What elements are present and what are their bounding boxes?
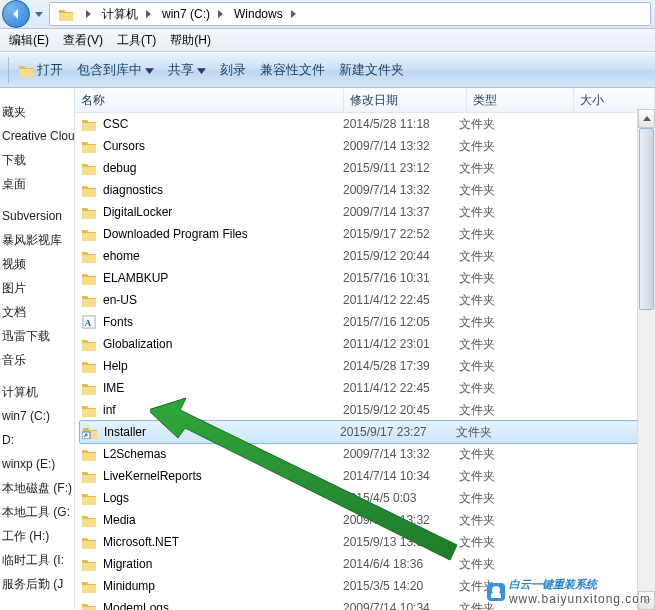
file-date: 2015/9/17 22:52	[343, 227, 459, 241]
sidebar-item[interactable]: 暴风影视库	[0, 228, 74, 252]
file-date: 2009/7/14 13:32	[343, 139, 459, 153]
file-row[interactable]: AFonts2015/7/16 12:05文件夹	[75, 311, 655, 333]
compat-files-button[interactable]: 兼容性文件	[253, 53, 332, 87]
file-type: 文件夹	[459, 292, 559, 309]
nav-back-button[interactable]	[2, 0, 30, 28]
scrollbar[interactable]	[637, 109, 655, 610]
file-row[interactable]: Globalization2011/4/12 23:01文件夹	[75, 333, 655, 355]
scroll-track[interactable]	[638, 128, 655, 591]
chevron-right-icon	[82, 10, 94, 18]
sidebar-item[interactable]: 本地工具 (G:	[0, 500, 74, 524]
column-type[interactable]: 类型	[467, 88, 574, 112]
scroll-up-button[interactable]	[638, 109, 655, 128]
file-name: ELAMBKUP	[103, 271, 168, 285]
menubar: 编辑(E) 查看(V) 工具(T) 帮助(H)	[0, 29, 655, 52]
file-date: 2014/5/28 17:39	[343, 359, 459, 373]
sidebar-item[interactable]: 计算机	[0, 380, 74, 404]
breadcrumb-folder[interactable]: Windows	[226, 3, 287, 25]
file-row[interactable]: Help2014/5/28 17:39文件夹	[75, 355, 655, 377]
folder-icon	[81, 183, 97, 197]
file-row[interactable]: Installer2015/9/17 23:27文件夹	[79, 420, 651, 444]
file-type: 文件夹	[459, 380, 559, 397]
open-button[interactable]: 打开	[11, 53, 70, 87]
file-name: Installer	[104, 425, 146, 439]
folder-icon	[81, 601, 97, 610]
file-row[interactable]: Logs2015/4/5 0:03文件夹	[75, 487, 655, 509]
file-row[interactable]: LiveKernelReports2014/7/14 10:34文件夹	[75, 465, 655, 487]
file-row[interactable]: Downloaded Program Files2015/9/17 22:52文…	[75, 223, 655, 245]
sidebar-item[interactable]: 藏夹	[0, 100, 74, 124]
scroll-thumb[interactable]	[639, 128, 654, 310]
sidebar-item[interactable]: winxp (E:)	[0, 452, 74, 476]
burn-button[interactable]: 刻录	[213, 53, 253, 87]
file-row[interactable]: DigitalLocker2009/7/14 13:37文件夹	[75, 201, 655, 223]
folder-icon	[81, 293, 97, 307]
breadcrumb-root-icon[interactable]	[50, 3, 82, 25]
new-folder-button[interactable]: 新建文件夹	[332, 53, 411, 87]
chevron-down-icon	[145, 66, 154, 75]
file-row[interactable]: ehome2015/9/12 20:44文件夹	[75, 245, 655, 267]
menu-help[interactable]: 帮助(H)	[163, 32, 218, 49]
sidebar-item[interactable]: 音乐	[0, 348, 74, 372]
file-date: 2009/7/14 13:32	[343, 513, 459, 527]
menu-view[interactable]: 查看(V)	[56, 32, 110, 49]
folder-icon	[81, 469, 97, 483]
file-date: 2015/7/16 10:31	[343, 271, 459, 285]
menu-edit[interactable]: 编辑(E)	[2, 32, 56, 49]
file-row[interactable]: CSC2014/5/28 11:18文件夹	[75, 113, 655, 135]
file-date: 2009/7/14 10:34	[343, 601, 459, 610]
sidebar-item[interactable]: 下载	[0, 148, 74, 172]
folder-icon	[81, 161, 97, 175]
sidebar-item[interactable]: 视频	[0, 252, 74, 276]
sidebar-item[interactable]: 图片	[0, 276, 74, 300]
file-row[interactable]: en-US2011/4/12 22:45文件夹	[75, 289, 655, 311]
include-label: 包含到库中	[77, 61, 142, 79]
breadcrumb[interactable]: 计算机 win7 (C:) Windows	[49, 2, 651, 26]
sidebar-item[interactable]: 临时工具 (I:	[0, 548, 74, 572]
file-row[interactable]: L2Schemas2009/7/14 13:32文件夹	[75, 443, 655, 465]
folder-icon	[81, 381, 97, 395]
folder-icon	[81, 491, 97, 505]
include-library-button[interactable]: 包含到库中	[70, 53, 161, 87]
file-row[interactable]: IME2011/4/12 22:45文件夹	[75, 377, 655, 399]
sidebar-item[interactable]: 服务后勤 (J	[0, 572, 74, 596]
compat-label: 兼容性文件	[260, 61, 325, 79]
file-row[interactable]: Media2009/7/14 13:32文件夹	[75, 509, 655, 531]
toolbar: 打开 包含到库中 共享 刻录 兼容性文件 新建文件夹	[0, 52, 655, 88]
sidebar-item[interactable]: win7 (C:)	[0, 404, 74, 428]
file-row[interactable]: ELAMBKUP2015/7/16 10:31文件夹	[75, 267, 655, 289]
breadcrumb-drive[interactable]: win7 (C:)	[154, 3, 214, 25]
folder-icon	[81, 249, 97, 263]
sidebar-item[interactable]: 本地磁盘 (F:)	[0, 476, 74, 500]
sidebar-item[interactable]: 工作 (H:)	[0, 524, 74, 548]
column-date[interactable]: 修改日期	[344, 88, 467, 112]
sidebar-item[interactable]: Creative Clou	[0, 124, 74, 148]
file-type: 文件夹	[459, 336, 559, 353]
nav-history-dropdown[interactable]	[32, 1, 45, 27]
breadcrumb-computer[interactable]: 计算机	[94, 3, 142, 25]
sidebar-item[interactable]: 迅雷下载	[0, 324, 74, 348]
file-type: 文件夹	[459, 402, 559, 419]
share-button[interactable]: 共享	[161, 53, 213, 87]
sidebar-item[interactable]: 桌面	[0, 172, 74, 196]
file-row[interactable]: Cursors2009/7/14 13:32文件夹	[75, 135, 655, 157]
sidebar-item[interactable]: D:	[0, 428, 74, 452]
burn-label: 刻录	[220, 61, 246, 79]
file-row[interactable]: diagnostics2009/7/14 13:32文件夹	[75, 179, 655, 201]
column-name[interactable]: 名称	[75, 88, 344, 112]
file-row[interactable]: Microsoft.NET2015/9/13 13:50文件夹	[75, 531, 655, 553]
file-name: debug	[103, 161, 136, 175]
file-row[interactable]: Migration2014/6/4 18:36文件夹	[75, 553, 655, 575]
sidebar-item[interactable]: 文档	[0, 300, 74, 324]
file-row[interactable]: debug2015/9/11 23:12文件夹	[75, 157, 655, 179]
file-name: Migration	[103, 557, 152, 571]
watermark: 白云一键重装系统 www.baiyunxitong.com	[487, 577, 651, 606]
file-row[interactable]: inf2015/9/12 20:45文件夹	[75, 399, 655, 421]
file-type: 文件夹	[459, 468, 559, 485]
file-name: Cursors	[103, 139, 145, 153]
folder-icon	[81, 227, 97, 241]
watermark-url: www.baiyunxitong.com	[509, 592, 651, 606]
menu-tools[interactable]: 工具(T)	[110, 32, 163, 49]
file-name: Downloaded Program Files	[103, 227, 248, 241]
sidebar-item[interactable]: Subversion	[0, 204, 74, 228]
